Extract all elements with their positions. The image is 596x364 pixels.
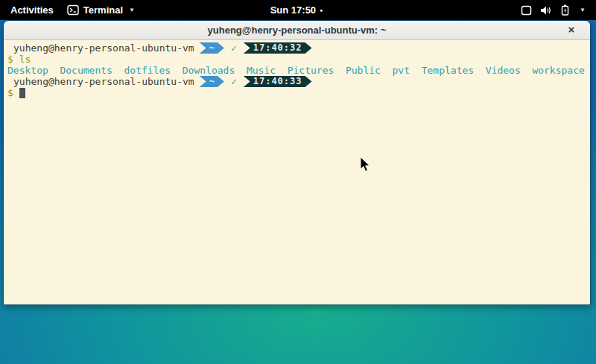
prompt-user-host: yuheng@henry-personal-ubuntu-vm [13, 42, 194, 54]
directory-name: workspace [532, 65, 584, 76]
current-input-line: $ [7, 87, 587, 98]
terminal-app-icon [67, 4, 79, 16]
system-menu-caret-icon: ▼ [580, 7, 586, 13]
prompt-char: $ [7, 54, 13, 65]
volume-icon [540, 5, 552, 16]
top-bar-left: Activities Terminal ▼ [0, 3, 270, 17]
activities-button[interactable]: Activities [7, 3, 57, 17]
app-menu-label: Terminal [83, 4, 123, 16]
terminal-content[interactable]: yuheng@henry-personal-ubuntu-vm ~ ✓ 17:4… [4, 40, 590, 304]
ls-output-line: Desktop Documents dotfiles Downloads Mus… [7, 65, 587, 76]
directory-name: Downloads [183, 65, 235, 76]
directory-name: Documents [60, 65, 112, 76]
prompt-time-segment: 17:40:32 [244, 42, 312, 54]
window-title: yuheng@henry-personal-ubuntu-vm: ~ [208, 25, 387, 36]
status-check-icon: ✓ [231, 42, 237, 54]
clock-label: Sun 17:50 [270, 4, 316, 16]
directory-name: Desktop [7, 65, 48, 76]
close-button[interactable]: × [565, 24, 578, 37]
command-line: $ ls [7, 54, 587, 65]
directory-name: Music [247, 65, 276, 76]
directory-name: Videos [486, 65, 521, 76]
prompt-path-segment: ~ [200, 76, 224, 87]
command-text: ls [19, 54, 31, 65]
directory-name: Pictures [288, 65, 335, 76]
text-cursor [19, 88, 25, 98]
prompt-char: $ [7, 87, 13, 98]
prompt-time-segment: 17:40:33 [244, 76, 312, 87]
app-menu-caret-icon: ▼ [129, 7, 135, 13]
system-tray[interactable]: ▼ [323, 4, 596, 16]
prompt-path-segment: ~ [200, 42, 224, 54]
prompt-user-host: yuheng@henry-personal-ubuntu-vm [13, 76, 194, 87]
window-titlebar[interactable]: yuheng@henry-personal-ubuntu-vm: ~ × [4, 21, 590, 40]
battery-charging-icon [560, 4, 570, 16]
prompt-line: yuheng@henry-personal-ubuntu-vm ~ ✓ 17:4… [7, 42, 587, 54]
directory-name: dotfiles [124, 65, 171, 76]
app-menu[interactable]: Terminal ▼ [67, 4, 135, 16]
terminal-window: yuheng@henry-personal-ubuntu-vm: ~ × yuh… [3, 20, 591, 305]
prompt-line: yuheng@henry-personal-ubuntu-vm ~ ✓ 17:4… [7, 76, 587, 87]
status-check-icon: ✓ [231, 76, 237, 87]
clock-area[interactable]: Sun 17:50 ● [270, 4, 323, 16]
directory-name: pvt [393, 65, 410, 76]
top-bar: Activities Terminal ▼ Sun 17:50 ● [0, 0, 596, 20]
directory-name: Public [346, 65, 381, 76]
directory-name: Templates [422, 65, 474, 76]
screen-icon [521, 5, 532, 16]
